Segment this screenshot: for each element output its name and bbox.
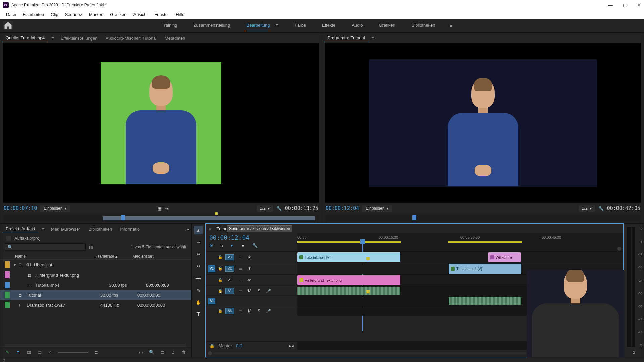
source-patch-v1[interactable]: V1 xyxy=(208,265,215,272)
solo-indicator[interactable]: S xyxy=(633,351,635,354)
automate-icon[interactable]: ▭ xyxy=(138,349,144,355)
work-area-bar[interactable] xyxy=(297,241,401,243)
project-row[interactable]: ▦Hintergrund Textur.png xyxy=(0,270,191,280)
clip-marker-icon[interactable] xyxy=(366,257,370,260)
project-row[interactable]: ▾🗀01_Übersicht xyxy=(0,260,191,270)
new-bin-icon[interactable]: 🗀 xyxy=(159,349,165,355)
lock-icon[interactable]: 🔒 xyxy=(209,343,215,348)
snap-icon[interactable]: ※ xyxy=(209,243,215,249)
column-framerate[interactable]: Framerate▴ xyxy=(96,254,132,259)
clip-image[interactable]: Hintergrund Textur.png xyxy=(297,275,400,285)
tabs-overflow-icon[interactable]: » xyxy=(186,227,189,232)
clip-marker-icon[interactable] xyxy=(366,290,370,293)
menu-datei[interactable]: Datei xyxy=(3,12,19,17)
mute-button[interactable]: M xyxy=(246,289,253,293)
project-hscroll[interactable] xyxy=(5,344,186,347)
pen-tool[interactable]: ✎ xyxy=(194,286,203,295)
eye-icon[interactable]: 👁 xyxy=(246,255,253,260)
tab-source-0[interactable]: Quelle: Tutorial.mp4 xyxy=(2,34,48,42)
menu-ansicht[interactable]: Ansicht xyxy=(130,12,151,17)
voiceover-icon[interactable]: 🎤 xyxy=(265,309,272,313)
timeline-timecode[interactable]: 00:00:12:04 xyxy=(209,234,294,241)
icon-view-icon[interactable]: ▦ xyxy=(26,349,32,355)
eye-icon[interactable]: 👁 xyxy=(246,266,253,271)
ripple-tool[interactable]: ⇔ xyxy=(194,250,203,258)
sync-lock-icon[interactable]: ▭ xyxy=(237,266,244,271)
tab-source-1[interactable]: Effekteinstellungen xyxy=(57,34,101,42)
work-area-bar[interactable] xyxy=(448,241,522,243)
menu-marken[interactable]: Marken xyxy=(86,12,107,17)
clip-video[interactable]: Tutorial.mp4 [V] xyxy=(449,264,521,274)
track-label-v3[interactable]: V3 xyxy=(225,254,234,260)
menu-sequenz[interactable]: Sequenz xyxy=(62,12,86,17)
solo-button[interactable]: S xyxy=(256,309,262,313)
timeline-marker-icon[interactable]: ● xyxy=(241,243,248,249)
project-search-input[interactable]: 🔍 xyxy=(5,243,86,251)
razor-tool[interactable]: ✂ xyxy=(194,262,203,270)
source-dragvideo-icon[interactable]: ⇥ xyxy=(165,206,169,211)
voiceover-icon[interactable]: 🎤 xyxy=(265,289,272,293)
wrench-icon[interactable]: 🔧 xyxy=(598,206,604,211)
timeline-ruler[interactable]: 00:0000:00:15:0000:00:30:0000:00:45:00 xyxy=(297,233,623,251)
program-fit-select[interactable]: Einpassen▾ xyxy=(362,205,392,212)
new-item-icon[interactable]: 🗋 xyxy=(170,349,176,355)
program-viewer[interactable] xyxy=(369,59,597,187)
label-swatch[interactable] xyxy=(5,261,10,268)
project-row[interactable]: ≣Tutorial30,00 fps00:00:00:00 xyxy=(0,290,191,300)
project-row[interactable]: ♪Dramatic Track.wav44100 Hz00:00:00:0000 xyxy=(0,300,191,310)
eye-icon[interactable]: 👁 xyxy=(246,278,253,283)
menu-fenster[interactable]: Fenster xyxy=(151,12,172,17)
track-label-v1[interactable]: V1 xyxy=(225,277,234,283)
panel-menu-icon[interactable]: ≡ xyxy=(370,36,376,41)
type-tool[interactable]: T xyxy=(194,310,203,319)
tab-project-1[interactable]: Media-Browser xyxy=(48,225,84,233)
workspace-tab-effekte[interactable]: Effekte xyxy=(321,20,337,31)
track-label-a1[interactable]: A1 xyxy=(225,288,234,294)
menu-grafiken[interactable]: Grafiken xyxy=(107,12,130,17)
label-swatch[interactable] xyxy=(5,272,10,278)
source-zoom-select[interactable]: 1/2▾ xyxy=(257,205,273,212)
label-swatch[interactable] xyxy=(5,282,10,288)
master-meter-icon[interactable]: ▸◂ xyxy=(289,343,294,348)
lock-icon[interactable]: 🔒 xyxy=(218,255,223,259)
maximize-button[interactable]: ▢ xyxy=(623,2,627,8)
menu-hilfe[interactable]: Hilfe xyxy=(172,12,188,17)
clip-audio[interactable] xyxy=(297,287,400,295)
slip-tool[interactable]: ⟷ xyxy=(194,274,203,283)
lock-icon[interactable]: 🔒 xyxy=(218,278,223,282)
close-button[interactable]: ✕ xyxy=(637,2,641,8)
timeline-playhead[interactable] xyxy=(360,239,365,244)
tab-source-3[interactable]: Metadaten xyxy=(161,34,189,42)
workspace-tab-farbe[interactable]: Farbe xyxy=(293,20,307,31)
tab-source-2[interactable]: Audioclip-Mischer: Tutorial xyxy=(102,34,160,42)
marker-icon[interactable] xyxy=(215,212,218,215)
pen-icon[interactable]: ✎ xyxy=(4,349,10,355)
source-patch-a1[interactable]: A1 xyxy=(208,298,215,304)
panel-menu-icon[interactable]: ≡ xyxy=(40,227,46,232)
master-level[interactable]: 0,0 xyxy=(236,343,242,348)
tab-project-3[interactable]: Informatio xyxy=(117,225,143,233)
label-swatch[interactable] xyxy=(5,292,10,298)
workspace-tab-bibliotheken[interactable]: Bibliotheken xyxy=(410,20,437,31)
zoom-slider-handle[interactable]: ○ xyxy=(47,349,53,355)
clip-video[interactable]: Tutorial.mp4 [V] xyxy=(297,252,400,262)
solo-button[interactable]: S xyxy=(256,289,262,293)
menu-clip[interactable]: Clip xyxy=(47,12,61,17)
sync-lock-icon[interactable]: ▭ xyxy=(237,289,244,293)
freeform-view-icon[interactable]: ▤ xyxy=(37,349,43,355)
wrench-icon[interactable]: 🔧 xyxy=(276,206,282,211)
home-button[interactable] xyxy=(3,21,13,30)
menu-bearbeiten[interactable]: Bearbeiten xyxy=(19,12,47,17)
source-viewer[interactable] xyxy=(101,62,221,184)
timeline-settings-icon[interactable]: 🔧 xyxy=(252,243,258,249)
source-timecode-current[interactable]: 00:00:07:10 xyxy=(4,205,37,212)
hand-tool[interactable]: ✋ xyxy=(194,298,203,307)
tab-program[interactable]: Programm: Tutorial xyxy=(324,34,368,42)
column-medienstart[interactable]: Medienstart xyxy=(132,254,186,259)
track-select-tool[interactable]: ⇥ xyxy=(194,238,203,246)
tab-project-0[interactable]: Projekt: Auftakt xyxy=(2,225,38,233)
workspace-tab-bearbeitung[interactable]: Bearbeitung xyxy=(245,20,271,31)
sort-icon[interactable]: ≣ xyxy=(93,349,99,355)
find-icon[interactable]: 🔍 xyxy=(149,349,155,355)
program-timeline-ruler[interactable] xyxy=(326,214,640,222)
